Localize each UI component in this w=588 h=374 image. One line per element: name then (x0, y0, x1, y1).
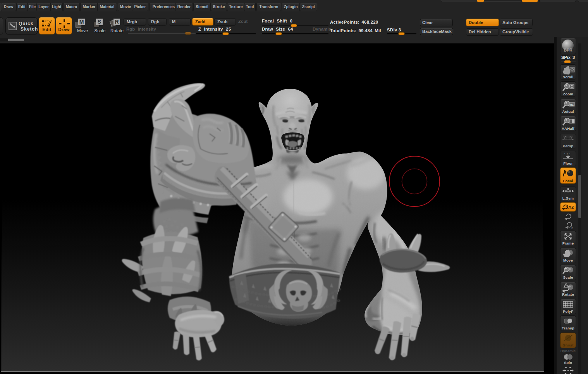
svg-text:XYZ: XYZ (566, 205, 574, 210)
svg-text:x1: x1 (570, 103, 574, 107)
svg-text:BPR: BPR (564, 48, 573, 52)
svg-text:xyz: xyz (564, 152, 572, 155)
svg-text:z: z (571, 226, 573, 230)
svg-text:G: G (564, 172, 566, 174)
